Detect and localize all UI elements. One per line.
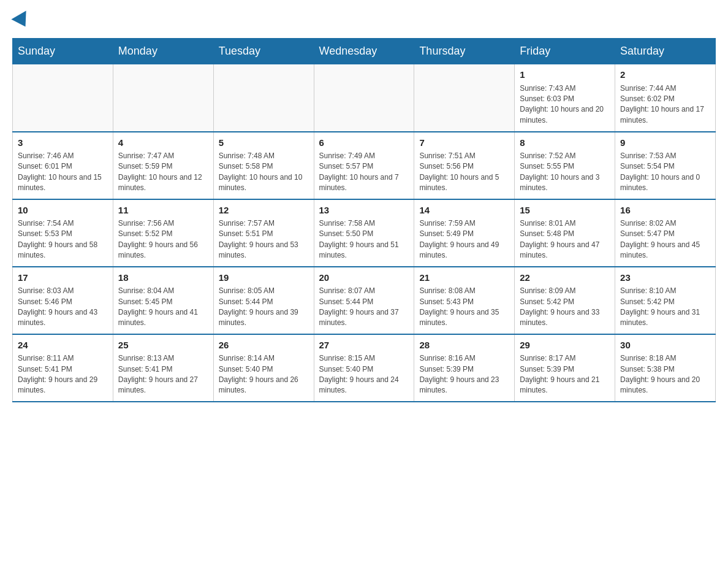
calendar-header-friday: Friday <box>515 39 615 64</box>
day-info: Sunrise: 7:57 AM Sunset: 5:51 PM Dayligh… <box>219 218 309 261</box>
calendar-cell: 20Sunrise: 8:07 AM Sunset: 5:44 PM Dayli… <box>314 267 414 334</box>
calendar-cell: 9Sunrise: 7:53 AM Sunset: 5:54 PM Daylig… <box>615 132 716 199</box>
day-number: 28 <box>419 339 509 353</box>
day-info: Sunrise: 7:43 AM Sunset: 6:03 PM Dayligh… <box>520 83 610 126</box>
calendar-cell: 29Sunrise: 8:17 AM Sunset: 5:39 PM Dayli… <box>515 334 615 402</box>
day-number: 1 <box>520 68 610 82</box>
day-number: 7 <box>419 136 509 150</box>
calendar-cell: 28Sunrise: 8:16 AM Sunset: 5:39 PM Dayli… <box>414 334 515 402</box>
week-row-1: 1Sunrise: 7:43 AM Sunset: 6:03 PM Daylig… <box>13 64 716 132</box>
calendar-cell: 12Sunrise: 7:57 AM Sunset: 5:51 PM Dayli… <box>213 199 314 267</box>
calendar-header-wednesday: Wednesday <box>314 39 414 64</box>
calendar-cell <box>113 64 213 132</box>
day-number: 18 <box>118 271 208 285</box>
calendar-cell: 30Sunrise: 8:18 AM Sunset: 5:38 PM Dayli… <box>615 334 716 402</box>
day-info: Sunrise: 7:52 AM Sunset: 5:55 PM Dayligh… <box>520 151 610 194</box>
day-number: 23 <box>620 271 710 285</box>
day-info: Sunrise: 7:48 AM Sunset: 5:58 PM Dayligh… <box>219 151 309 194</box>
calendar-cell: 13Sunrise: 7:58 AM Sunset: 5:50 PM Dayli… <box>314 199 414 267</box>
day-number: 27 <box>319 339 409 353</box>
calendar-cell <box>213 64 314 132</box>
calendar-cell <box>414 64 515 132</box>
calendar-cell: 19Sunrise: 8:05 AM Sunset: 5:44 PM Dayli… <box>213 267 314 334</box>
calendar-cell: 16Sunrise: 8:02 AM Sunset: 5:47 PM Dayli… <box>615 199 716 267</box>
calendar-cell: 5Sunrise: 7:48 AM Sunset: 5:58 PM Daylig… <box>213 132 314 199</box>
day-number: 19 <box>219 271 309 285</box>
day-number: 3 <box>18 136 108 150</box>
week-row-4: 17Sunrise: 8:03 AM Sunset: 5:46 PM Dayli… <box>13 267 716 334</box>
calendar-cell: 10Sunrise: 7:54 AM Sunset: 5:53 PM Dayli… <box>13 199 113 267</box>
day-number: 10 <box>18 204 108 218</box>
day-number: 20 <box>319 271 409 285</box>
calendar-cell <box>314 64 414 132</box>
calendar-cell: 25Sunrise: 8:13 AM Sunset: 5:41 PM Dayli… <box>113 334 213 402</box>
calendar-header-monday: Monday <box>113 39 213 64</box>
day-info: Sunrise: 8:15 AM Sunset: 5:40 PM Dayligh… <box>319 353 409 396</box>
day-info: Sunrise: 8:10 AM Sunset: 5:42 PM Dayligh… <box>620 286 710 329</box>
day-number: 21 <box>419 271 509 285</box>
logo <box>12 12 31 26</box>
week-row-5: 24Sunrise: 8:11 AM Sunset: 5:41 PM Dayli… <box>13 334 716 402</box>
day-info: Sunrise: 7:54 AM Sunset: 5:53 PM Dayligh… <box>18 218 108 261</box>
day-number: 25 <box>118 339 208 353</box>
calendar-table: SundayMondayTuesdayWednesdayThursdayFrid… <box>12 38 716 402</box>
day-number: 26 <box>219 339 309 353</box>
calendar-cell: 2Sunrise: 7:44 AM Sunset: 6:02 PM Daylig… <box>615 64 716 132</box>
day-info: Sunrise: 8:07 AM Sunset: 5:44 PM Dayligh… <box>319 286 409 329</box>
calendar-cell: 3Sunrise: 7:46 AM Sunset: 6:01 PM Daylig… <box>13 132 113 199</box>
calendar-cell: 26Sunrise: 8:14 AM Sunset: 5:40 PM Dayli… <box>213 334 314 402</box>
calendar-cell: 17Sunrise: 8:03 AM Sunset: 5:46 PM Dayli… <box>13 267 113 334</box>
week-row-3: 10Sunrise: 7:54 AM Sunset: 5:53 PM Dayli… <box>13 199 716 267</box>
day-info: Sunrise: 7:44 AM Sunset: 6:02 PM Dayligh… <box>620 83 710 126</box>
day-number: 5 <box>219 136 309 150</box>
calendar-cell: 23Sunrise: 8:10 AM Sunset: 5:42 PM Dayli… <box>615 267 716 334</box>
day-info: Sunrise: 8:13 AM Sunset: 5:41 PM Dayligh… <box>118 353 208 396</box>
calendar-cell: 14Sunrise: 7:59 AM Sunset: 5:49 PM Dayli… <box>414 199 515 267</box>
calendar-header-saturday: Saturday <box>615 39 716 64</box>
calendar-header-thursday: Thursday <box>414 39 515 64</box>
logo-general <box>12 12 31 26</box>
day-info: Sunrise: 8:09 AM Sunset: 5:42 PM Dayligh… <box>520 286 610 329</box>
calendar-cell: 1Sunrise: 7:43 AM Sunset: 6:03 PM Daylig… <box>515 64 615 132</box>
day-info: Sunrise: 8:17 AM Sunset: 5:39 PM Dayligh… <box>520 353 610 396</box>
calendar-cell: 24Sunrise: 8:11 AM Sunset: 5:41 PM Dayli… <box>13 334 113 402</box>
day-number: 12 <box>219 204 309 218</box>
calendar-cell: 7Sunrise: 7:51 AM Sunset: 5:56 PM Daylig… <box>414 132 515 199</box>
day-info: Sunrise: 8:05 AM Sunset: 5:44 PM Dayligh… <box>219 286 309 329</box>
day-number: 29 <box>520 339 610 353</box>
calendar-cell: 6Sunrise: 7:49 AM Sunset: 5:57 PM Daylig… <box>314 132 414 199</box>
day-info: Sunrise: 7:51 AM Sunset: 5:56 PM Dayligh… <box>419 151 509 194</box>
day-info: Sunrise: 8:04 AM Sunset: 5:45 PM Dayligh… <box>118 286 208 329</box>
calendar-cell: 4Sunrise: 7:47 AM Sunset: 5:59 PM Daylig… <box>113 132 213 199</box>
calendar-header-row: SundayMondayTuesdayWednesdayThursdayFrid… <box>13 39 716 64</box>
day-number: 2 <box>620 68 710 82</box>
day-info: Sunrise: 7:58 AM Sunset: 5:50 PM Dayligh… <box>319 218 409 261</box>
day-number: 14 <box>419 204 509 218</box>
day-number: 16 <box>620 204 710 218</box>
day-info: Sunrise: 8:11 AM Sunset: 5:41 PM Dayligh… <box>18 353 108 396</box>
day-number: 17 <box>18 271 108 285</box>
day-info: Sunrise: 7:46 AM Sunset: 6:01 PM Dayligh… <box>18 151 108 194</box>
calendar-cell: 22Sunrise: 8:09 AM Sunset: 5:42 PM Dayli… <box>515 267 615 334</box>
day-info: Sunrise: 7:47 AM Sunset: 5:59 PM Dayligh… <box>118 151 208 194</box>
calendar-header-sunday: Sunday <box>13 39 113 64</box>
day-info: Sunrise: 8:01 AM Sunset: 5:48 PM Dayligh… <box>520 218 610 261</box>
page-header <box>12 12 716 26</box>
calendar-cell: 8Sunrise: 7:52 AM Sunset: 5:55 PM Daylig… <box>515 132 615 199</box>
day-info: Sunrise: 8:18 AM Sunset: 5:38 PM Dayligh… <box>620 353 710 396</box>
day-number: 9 <box>620 136 710 150</box>
day-number: 4 <box>118 136 208 150</box>
day-info: Sunrise: 8:14 AM Sunset: 5:40 PM Dayligh… <box>219 353 309 396</box>
day-info: Sunrise: 8:16 AM Sunset: 5:39 PM Dayligh… <box>419 353 509 396</box>
week-row-2: 3Sunrise: 7:46 AM Sunset: 6:01 PM Daylig… <box>13 132 716 199</box>
logo-arrow-icon <box>11 10 32 31</box>
day-info: Sunrise: 8:02 AM Sunset: 5:47 PM Dayligh… <box>620 218 710 261</box>
day-info: Sunrise: 8:03 AM Sunset: 5:46 PM Dayligh… <box>18 286 108 329</box>
day-info: Sunrise: 8:08 AM Sunset: 5:43 PM Dayligh… <box>419 286 509 329</box>
calendar-cell: 15Sunrise: 8:01 AM Sunset: 5:48 PM Dayli… <box>515 199 615 267</box>
calendar-cell <box>13 64 113 132</box>
day-info: Sunrise: 7:56 AM Sunset: 5:52 PM Dayligh… <box>118 218 208 261</box>
day-info: Sunrise: 7:59 AM Sunset: 5:49 PM Dayligh… <box>419 218 509 261</box>
day-info: Sunrise: 7:53 AM Sunset: 5:54 PM Dayligh… <box>620 151 710 194</box>
calendar-cell: 27Sunrise: 8:15 AM Sunset: 5:40 PM Dayli… <box>314 334 414 402</box>
